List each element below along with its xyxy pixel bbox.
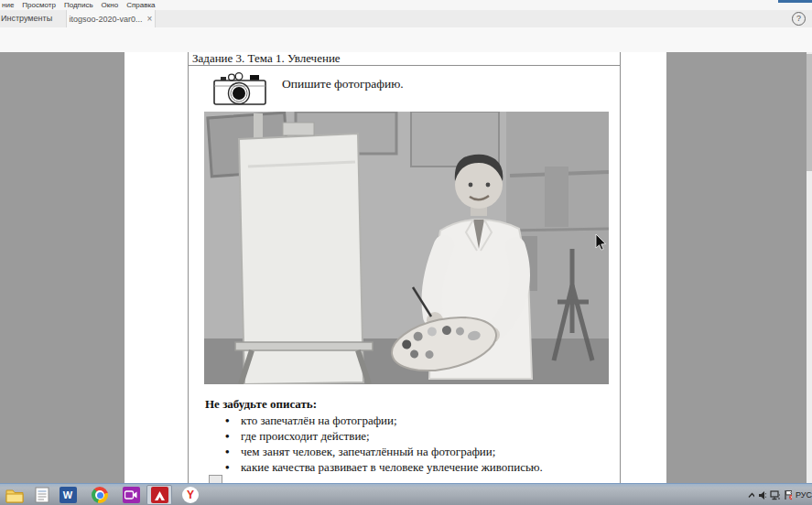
list-item: кто запечатлён на фотографии; — [225, 413, 543, 428]
taskbar-acrobat-reader-active[interactable] — [146, 485, 172, 505]
window-top-edge — [778, 0, 812, 3]
document-tab-label: itogsoo-2020-var0... — [70, 15, 143, 24]
menu-item-sign[interactable]: Подпись — [64, 1, 93, 9]
bullet-icon — [225, 413, 241, 428]
camera-recorder-icon — [123, 487, 140, 503]
menu-bar: ние Просмотр Подпись Окно Справка — [0, 0, 812, 10]
mouse-cursor — [595, 234, 607, 252]
taskbar-text-editor[interactable] — [29, 485, 55, 505]
checklist: кто запечатлён на фотографии; где происх… — [225, 413, 543, 475]
scrollbar-thumb[interactable] — [807, 54, 812, 171]
menu-item-window[interactable]: Окно — [102, 1, 119, 9]
task-instruction: Опишите фотографию. — [282, 77, 404, 91]
list-item: где происходит действие; — [225, 428, 543, 444]
chevron-up-icon[interactable] — [748, 492, 754, 499]
word-icon: W — [60, 487, 77, 503]
tab-tools[interactable]: Инструменты — [0, 10, 58, 27]
toolbar: 5 / 7 125% — [0, 27, 812, 53]
taskbar-yandex-browser[interactable]: Y — [178, 485, 203, 505]
vertical-scrollbar[interactable] — [807, 52, 812, 483]
task-heading: Задание 3. Тема 1. Увлечение — [192, 52, 341, 65]
system-tray: РУС — [748, 484, 812, 505]
yandex-icon: Y — [182, 487, 199, 503]
volume-icon[interactable] — [758, 490, 766, 500]
bullet-icon — [225, 428, 241, 444]
network-icon[interactable] — [770, 490, 779, 500]
checklist-title: Не забудьте описать: — [205, 397, 317, 412]
table-border — [188, 65, 621, 66]
taskbar-file-explorer[interactable] — [2, 485, 27, 505]
document-area[interactable]: Задание 3. Тема 1. Увлечение Опишите фот… — [0, 52, 812, 483]
keyboard-language-indicator[interactable]: РУС — [796, 490, 812, 500]
close-icon[interactable]: × — [147, 15, 153, 24]
chrome-icon — [92, 487, 108, 503]
menu-item-edit-partial[interactable]: ние — [2, 1, 14, 9]
tab-bar: Инструменты itogsoo-2020-var0... × ? — [0, 10, 812, 28]
menu-item-help[interactable]: Справка — [126, 1, 155, 9]
tab-document[interactable]: itogsoo-2020-var0... × — [66, 10, 156, 27]
taskbar-screen-recorder[interactable] — [118, 485, 144, 505]
help-icon[interactable]: ? — [792, 12, 806, 26]
taskbar: W Y РУС — [0, 483, 812, 505]
table-border — [188, 52, 189, 483]
table-border — [620, 52, 621, 483]
menu-item-view[interactable]: Просмотр — [22, 1, 56, 9]
taskbar-word[interactable]: W — [55, 485, 81, 505]
desktop: ние Просмотр Подпись Окно Справка Инстру… — [0, 0, 812, 505]
next-table-row-partial — [209, 475, 222, 483]
notification-flag-icon[interactable] — [784, 489, 792, 500]
taskbar-chrome[interactable] — [87, 485, 113, 505]
bullet-icon — [225, 459, 241, 475]
list-item: какие качества развивает в человеке увле… — [225, 459, 543, 475]
acrobat-icon — [151, 487, 168, 503]
camera-icon — [211, 69, 268, 107]
pdf-page: Задание 3. Тема 1. Увлечение Опишите фот… — [125, 52, 666, 483]
list-item: чем занят человек, запечатлённый на фото… — [225, 444, 543, 459]
bullet-icon — [225, 444, 241, 459]
photo-man-painting — [204, 112, 609, 384]
